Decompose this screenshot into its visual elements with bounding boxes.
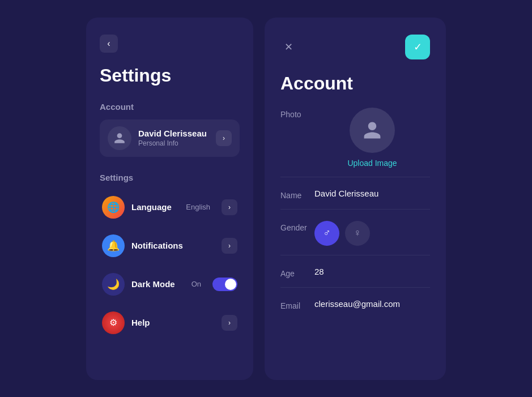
language-chevron[interactable]: › [222, 199, 237, 215]
settings-section-label: Settings [100, 173, 240, 182]
gender-options: ♂ ♀ [314, 221, 370, 246]
chevron-right-icon: › [228, 319, 231, 327]
account-row[interactable]: David Clerisseau Personal Info › [100, 119, 240, 157]
account-chevron[interactable]: › [216, 130, 232, 146]
main-container: ‹ Settings Account David Clerisseau Pers… [86, 18, 446, 380]
email-row: Email clerisseau@gmail.com [280, 299, 430, 319]
language-icon-bg: 🌐 [102, 196, 125, 219]
account-sub: Personal Info [138, 139, 209, 147]
moon-icon: 🌙 [107, 278, 120, 291]
user-icon [113, 132, 126, 144]
photo-label: Photo [280, 108, 314, 119]
notifications-icon-bg: 🔔 [102, 234, 125, 257]
settings-item-darkmode[interactable]: 🌙 Dark Mode On [100, 267, 240, 301]
gender-label: Gender [280, 221, 314, 232]
male-icon: ♂ [323, 227, 331, 239]
check-icon: ✓ [414, 41, 422, 53]
panel-header: ✕ ✓ [280, 35, 430, 59]
close-button[interactable]: ✕ [280, 39, 296, 55]
settings-list: 🌐 Language English › 🔔 Notifications › [100, 190, 240, 340]
back-button[interactable]: ‹ [100, 35, 118, 53]
language-value: English [186, 203, 210, 211]
account-info: David Clerisseau Personal Info [138, 129, 209, 147]
account-panel: ✕ ✓ Account Photo Upload Image Name Davi… [265, 18, 446, 380]
user-avatar [108, 126, 131, 150]
bell-icon: 🔔 [107, 240, 120, 252]
darkmode-label: Dark Mode [131, 279, 185, 289]
help-icon: ⚙ [109, 317, 117, 328]
upload-image-button[interactable]: Upload Image [347, 159, 397, 168]
photo-circle [350, 108, 395, 153]
email-value: clerisseau@gmail.com [314, 299, 430, 309]
name-row: Name David Clerisseau [280, 189, 430, 210]
settings-panel: ‹ Settings Account David Clerisseau Pers… [86, 18, 253, 380]
language-label: Language [131, 202, 179, 212]
account-name: David Clerisseau [138, 129, 209, 138]
settings-item-help[interactable]: ⚙ Help › [100, 306, 240, 340]
notifications-label: Notifications [131, 241, 215, 250]
account-title: Account [280, 73, 430, 94]
toggle-knob [225, 279, 236, 290]
chevron-right-icon: › [228, 203, 231, 211]
notifications-chevron[interactable]: › [222, 238, 237, 254]
language-icon: 🌐 [107, 201, 120, 214]
settings-item-language[interactable]: 🌐 Language English › [100, 190, 240, 224]
darkmode-toggle[interactable] [212, 278, 237, 291]
age-row: Age 28 [280, 267, 430, 288]
close-icon: ✕ [284, 41, 293, 53]
photo-user-icon [362, 120, 382, 140]
name-label: Name [280, 189, 314, 200]
female-icon: ♀ [354, 227, 361, 239]
chevron-right-icon: › [228, 242, 231, 250]
gender-male-button[interactable]: ♂ [314, 221, 339, 246]
confirm-button[interactable]: ✓ [405, 35, 430, 59]
help-icon-bg: ⚙ [102, 311, 125, 334]
help-label: Help [131, 318, 215, 327]
age-label: Age [280, 267, 314, 278]
gender-row: Gender ♂ ♀ [280, 221, 430, 255]
darkmode-icon-bg: 🌙 [102, 273, 125, 296]
gender-female-button[interactable]: ♀ [345, 221, 370, 246]
name-value: David Clerisseau [314, 189, 430, 198]
photo-section: Upload Image [314, 108, 430, 168]
chevron-right-icon: › [223, 134, 225, 142]
account-section-label: Account [100, 102, 240, 112]
darkmode-value: On [191, 280, 201, 288]
photo-row: Photo Upload Image [280, 108, 430, 177]
help-chevron[interactable]: › [222, 315, 237, 331]
settings-item-notifications[interactable]: 🔔 Notifications › [100, 229, 240, 263]
age-value: 28 [314, 267, 430, 276]
email-label: Email [280, 299, 314, 310]
back-icon: ‹ [107, 39, 110, 49]
settings-title: Settings [100, 65, 240, 86]
